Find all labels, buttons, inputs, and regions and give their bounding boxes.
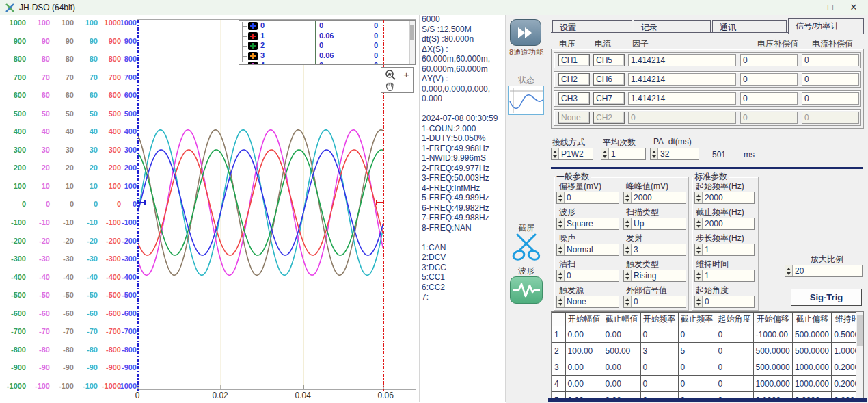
table-cell[interactable]: 0 <box>716 343 753 359</box>
current-channel-select[interactable]: CH5 <box>593 54 625 66</box>
table-cell[interactable]: 0 <box>678 359 716 376</box>
table-cell[interactable]: 1 <box>552 326 566 343</box>
factor-field[interactable]: 1.414214 <box>628 54 736 66</box>
table-cell[interactable]: 0.00 <box>565 392 603 399</box>
param-field[interactable]: None <box>556 296 619 308</box>
tab-2[interactable]: 记录 <box>634 20 711 33</box>
eight-channel-function-button[interactable] <box>510 19 541 46</box>
table-cell[interactable]: 4 <box>552 376 566 392</box>
tab-4[interactable]: 信号/功率计 <box>788 18 864 34</box>
table-cell[interactable]: 0.0000 <box>753 392 792 399</box>
table-cell[interactable]: 1000.000 <box>753 376 792 392</box>
table-cell[interactable]: 3 <box>640 343 678 359</box>
minimize-button[interactable]: – <box>796 1 819 14</box>
table-cell[interactable]: 500.0000 <box>792 343 831 359</box>
factor-field[interactable]: 1.414214 <box>628 92 736 105</box>
voltage-compensation-field[interactable]: 0 <box>740 92 798 105</box>
pa-dt-field[interactable]: 32 <box>650 148 699 160</box>
param-field[interactable]: 0 <box>694 296 755 308</box>
voltage-channel-select[interactable]: CH3 <box>558 92 590 105</box>
table-cell[interactable]: 1000.000 <box>792 376 831 392</box>
legend-row-0[interactable]: 000 <box>239 21 415 31</box>
status-waveform-icon[interactable] <box>508 86 544 115</box>
tab-3[interactable]: 通讯 <box>712 20 787 33</box>
table-cell[interactable]: 0.00 <box>603 392 640 399</box>
spinner-arrows[interactable] <box>601 148 609 159</box>
legend-scrollbar[interactable] <box>409 21 415 65</box>
spinner-arrows[interactable] <box>624 192 632 203</box>
table-cell[interactable]: 500.00 <box>603 343 640 359</box>
table-cell[interactable]: 0.00 <box>565 376 603 392</box>
table-row[interactable]: 2100.00500.00350500.0000500.00001.0000 <box>552 343 863 359</box>
param-field[interactable]: 1 <box>694 270 755 282</box>
table-cell[interactable]: 2 <box>552 343 566 359</box>
param-field[interactable]: 0 <box>556 192 619 204</box>
table-cell[interactable]: 5 <box>678 343 716 359</box>
param-field[interactable]: 0 <box>623 296 686 308</box>
segment-table[interactable]: 开始幅值截止幅值开始频率截止频率起始角度开始偏移截止偏移维持时10.000.00… <box>551 311 864 398</box>
table-scrollbar[interactable] <box>856 312 863 398</box>
table-cell[interactable]: 500.0000 <box>753 343 792 359</box>
spinner-arrows[interactable] <box>651 148 658 159</box>
table-cell[interactable]: 0 <box>678 376 716 392</box>
spinner-arrows[interactable] <box>557 270 565 281</box>
table-row[interactable]: 10.000.00000-1000.00500.00000.5000 <box>552 326 863 343</box>
param-field[interactable]: 2000 <box>623 192 686 204</box>
voltage-channel-select[interactable]: CH1 <box>558 54 590 66</box>
current-channel-select[interactable]: CH6 <box>593 73 625 86</box>
current-channel-select[interactable]: CH7 <box>593 92 625 105</box>
current-compensation-field[interactable]: 0 <box>802 92 859 105</box>
zoom-scale-field[interactable]: 20 <box>785 265 863 277</box>
spinner-arrows[interactable] <box>557 218 565 229</box>
param-field[interactable]: 2000 <box>694 192 755 204</box>
spinner-arrows[interactable] <box>624 244 632 255</box>
maximize-button[interactable]: □ <box>819 1 842 14</box>
wiring-mode-field[interactable]: P1W2 <box>551 148 593 160</box>
legend-row-1[interactable]: 10.060 <box>239 31 415 42</box>
waveform-button[interactable] <box>510 276 543 304</box>
spinner-arrows[interactable] <box>624 218 632 229</box>
spinner-arrows[interactable] <box>695 270 703 281</box>
tab-1[interactable]: 设置 <box>552 20 632 33</box>
voltage-channel-select[interactable]: CH2 <box>558 73 590 86</box>
table-cell[interactable]: 500.0000 <box>753 359 792 376</box>
spinner-arrows[interactable] <box>695 296 703 307</box>
spinner-arrows[interactable] <box>695 218 703 229</box>
table-cell[interactable]: 0.00 <box>603 376 640 392</box>
channel-legend[interactable]: 00010.06020030.060400 <box>239 20 416 65</box>
table-row[interactable]: 40.000.000001000.0001000.0000.2000 <box>552 376 863 392</box>
param-field[interactable]: 2000 <box>694 218 755 230</box>
legend-row-4[interactable]: 400 <box>239 61 415 65</box>
spinner-arrows[interactable] <box>785 265 793 276</box>
param-field[interactable]: 1 <box>694 244 755 256</box>
current-compensation-field[interactable]: 0 <box>802 73 859 86</box>
table-cell[interactable]: 0 <box>678 326 716 343</box>
table-cell[interactable]: 0.00 <box>603 359 640 376</box>
param-field[interactable]: 3 <box>623 244 686 256</box>
zoom-in-icon[interactable]: + <box>403 68 409 80</box>
spinner-arrows[interactable] <box>624 296 632 307</box>
param-field[interactable]: Up <box>623 218 686 230</box>
table-cell[interactable]: 1000.000 <box>792 359 831 376</box>
table-cell[interactable]: 0.0000 <box>792 392 831 399</box>
spinner-arrows[interactable] <box>552 148 559 159</box>
param-field[interactable]: 0 <box>556 270 619 282</box>
table-cell[interactable]: 0 <box>716 376 753 392</box>
voltage-compensation-field[interactable]: 0 <box>740 73 798 86</box>
table-cell[interactable]: 500.0000 <box>792 326 831 343</box>
table-cell[interactable]: 0 <box>716 359 753 376</box>
voltage-compensation-field[interactable]: 0 <box>740 54 798 66</box>
table-cell[interactable]: 0 <box>640 392 678 399</box>
table-row[interactable]: 50.000.000000.00000.00000.2000 <box>552 392 863 399</box>
spinner-arrows[interactable] <box>695 244 703 255</box>
table-cell[interactable]: 0 <box>716 326 753 343</box>
close-button[interactable]: ✕ <box>842 1 865 14</box>
table-cell[interactable]: 100.00 <box>565 343 603 359</box>
table-cell[interactable]: 0.00 <box>565 326 603 343</box>
spinner-arrows[interactable] <box>624 270 632 281</box>
table-cell[interactable]: 5 <box>552 392 566 399</box>
current-compensation-field[interactable]: 0 <box>802 54 859 66</box>
table-cell[interactable]: 0.00 <box>565 359 603 376</box>
table-cell[interactable]: 0 <box>716 392 753 399</box>
waveform-plot[interactable]: 00010.06020030.060400 + <box>137 19 416 390</box>
